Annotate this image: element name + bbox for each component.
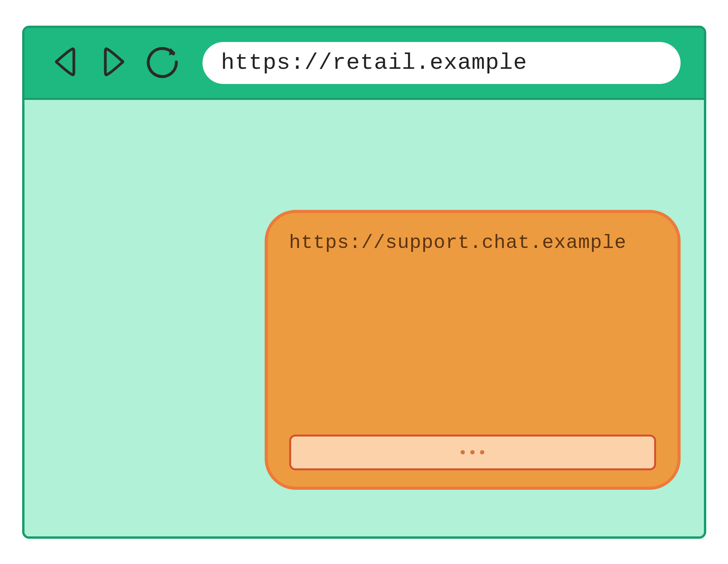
page-viewport: https://support.chat.example xyxy=(24,100,704,536)
browser-toolbar: https://retail.example xyxy=(24,28,704,100)
forward-icon xyxy=(98,44,129,81)
nav-button-group xyxy=(48,45,180,80)
chat-widget-iframe[interactable]: https://support.chat.example xyxy=(265,210,681,490)
reload-icon xyxy=(144,44,181,82)
typing-dot-icon xyxy=(480,450,484,454)
chat-origin-label: https://support.chat.example xyxy=(289,232,656,254)
forward-button[interactable] xyxy=(96,45,131,80)
address-url: https://retail.example xyxy=(221,50,527,75)
chat-input[interactable] xyxy=(289,435,656,470)
back-button[interactable] xyxy=(48,45,83,80)
typing-dot-icon xyxy=(461,450,465,454)
back-icon xyxy=(50,44,81,81)
reload-button[interactable] xyxy=(145,45,180,80)
address-bar[interactable]: https://retail.example xyxy=(203,42,681,84)
browser-window: https://retail.example https://support.c… xyxy=(22,26,706,539)
typing-dot-icon xyxy=(470,450,475,454)
